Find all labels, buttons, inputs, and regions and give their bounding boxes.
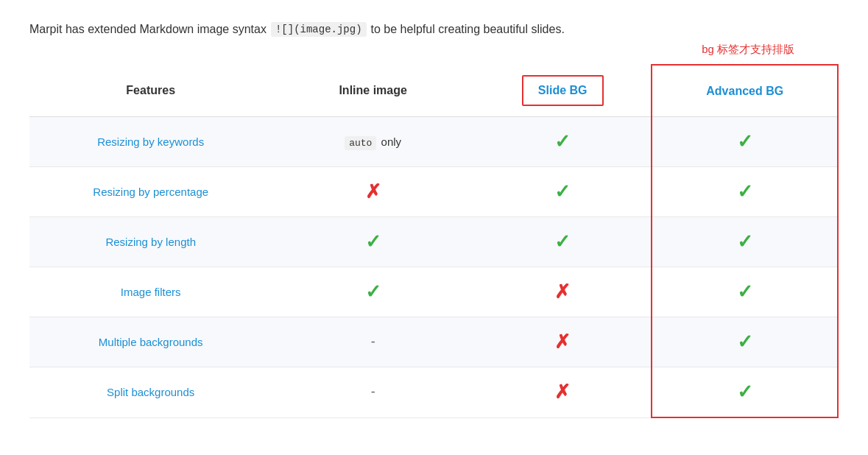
col-header-slide-bg: Slide BG — [474, 65, 652, 117]
check-icon: ✓ — [365, 281, 381, 303]
check-icon: ✓ — [365, 230, 381, 253]
inline-image-cell: ✓ — [272, 267, 474, 317]
table-header-row: Features Inline image Slide BG Advanced … — [29, 65, 838, 117]
feature-name: Image filters — [29, 267, 272, 317]
advanced-bg-cell: ✓ — [652, 367, 838, 418]
table-row: Resizing by percentage✗✓✓ — [29, 167, 838, 217]
intro-text-after: to be helpful creating beautiful slides. — [371, 23, 565, 36]
features-table-wrapper: Features Inline image Slide BG Advanced … — [29, 64, 839, 418]
features-table: Features Inline image Slide BG Advanced … — [29, 64, 839, 418]
inline-image-cell: ✓ — [272, 217, 474, 267]
inline-image-cell: - — [272, 317, 474, 367]
check-icon: ✓ — [554, 230, 571, 253]
intro-paragraph: Marpit has extended Markdown image synta… — [29, 22, 839, 37]
check-icon: ✓ — [737, 331, 753, 353]
slide-bg-cell: ✗ — [474, 317, 652, 367]
check-icon: ✓ — [737, 381, 753, 403]
bg-annotation: bg 标签才支持排版 — [29, 43, 839, 57]
table-row: Resizing by length✓✓✓ — [29, 217, 838, 267]
cross-icon: ✗ — [554, 281, 571, 303]
check-icon: ✓ — [737, 281, 753, 303]
cross-icon: ✗ — [554, 331, 571, 353]
check-icon: ✓ — [737, 130, 753, 152]
slide-bg-cell: ✓ — [474, 117, 652, 167]
advanced-bg-cell: ✓ — [652, 267, 838, 317]
auto-tag: auto — [345, 136, 376, 150]
advanced-bg-cell: ✓ — [652, 217, 838, 267]
table-row: Resizing by keywordsauto only✓✓ — [29, 117, 838, 167]
cross-icon: ✗ — [554, 381, 571, 403]
slide-bg-cell: ✗ — [474, 267, 652, 317]
col-header-features: Features — [29, 65, 272, 117]
table-row: Split backgrounds-✗✓ — [29, 367, 838, 418]
feature-name: Resizing by keywords — [29, 117, 272, 167]
dash-icon: - — [371, 334, 375, 349]
dash-icon: - — [371, 384, 375, 399]
slide-bg-cell: ✓ — [474, 217, 652, 267]
feature-name: Resizing by percentage — [29, 167, 272, 217]
check-icon: ✓ — [554, 130, 571, 152]
intro-code: ![](image.jpg) — [271, 22, 367, 37]
feature-name: Multiple backgrounds — [29, 317, 272, 367]
col-header-advanced-bg: Advanced BG — [652, 65, 838, 117]
inline-image-cell: - — [272, 367, 474, 418]
inline-image-cell: auto only — [272, 117, 474, 167]
check-icon: ✓ — [737, 230, 753, 253]
col-header-inline-image: Inline image — [272, 65, 474, 117]
advanced-bg-cell: ✓ — [652, 117, 838, 167]
table-row: Multiple backgrounds-✗✓ — [29, 317, 838, 367]
feature-name: Split backgrounds — [29, 367, 272, 418]
check-icon: ✓ — [737, 180, 753, 202]
slide-bg-cell: ✓ — [474, 167, 652, 217]
slide-bg-cell: ✗ — [474, 367, 652, 418]
feature-name: Resizing by length — [29, 217, 272, 267]
advanced-bg-cell: ✓ — [652, 167, 838, 217]
check-icon: ✓ — [554, 180, 571, 202]
advanced-bg-cell: ✓ — [652, 317, 838, 367]
cross-icon: ✗ — [365, 180, 381, 202]
inline-image-cell: ✗ — [272, 167, 474, 217]
table-row: Image filters✓✗✓ — [29, 267, 838, 317]
intro-text-before: Marpit has extended Markdown image synta… — [29, 23, 267, 36]
